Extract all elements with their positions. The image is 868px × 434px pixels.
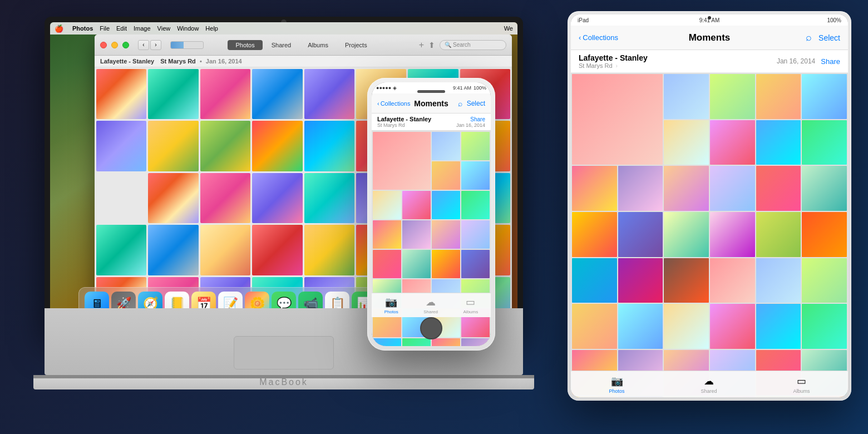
ipad-photo[interactable]	[710, 304, 755, 349]
photo-thumb[interactable]	[200, 69, 250, 119]
iphone-photo[interactable]	[402, 338, 431, 346]
iphone-photo[interactable]	[402, 250, 431, 278]
forward-button[interactable]: ›	[150, 40, 161, 50]
photo-thumb[interactable]	[252, 121, 302, 171]
tab-projects[interactable]: Projects	[337, 40, 375, 50]
menu-window[interactable]: Window	[177, 25, 199, 32]
iphone-photo[interactable]	[402, 220, 431, 249]
iphone-photo[interactable]	[461, 161, 490, 190]
ipad-photo[interactable]	[802, 304, 847, 349]
iphone-photo[interactable]	[461, 132, 490, 160]
iphone-photo[interactable]	[373, 220, 401, 249]
ipad-photo[interactable]	[802, 212, 847, 257]
back-button[interactable]: ‹	[138, 40, 149, 50]
tab-albums[interactable]: Albums	[300, 40, 336, 50]
iphone-select-button[interactable]: Select	[467, 100, 485, 107]
ipad-photo[interactable]	[710, 258, 755, 303]
photo-thumb[interactable]	[148, 69, 198, 119]
ipad-photo[interactable]	[710, 166, 755, 211]
iphone-photo-large[interactable]	[373, 132, 431, 190]
iphone-photo[interactable]	[432, 250, 460, 278]
iphone-photo[interactable]	[461, 250, 490, 278]
iphone-photo[interactable]	[461, 338, 490, 346]
tab-photos[interactable]: Photos	[228, 40, 262, 50]
iphone-share-button[interactable]: Share	[470, 116, 485, 122]
ipad-photo[interactable]	[756, 258, 801, 303]
iphone-photo[interactable]	[373, 191, 401, 219]
menu-image[interactable]: Image	[134, 25, 151, 32]
ipad-photo[interactable]	[618, 166, 663, 211]
trackpad[interactable]	[234, 336, 334, 369]
app-menu-photos[interactable]: Photos	[72, 25, 93, 32]
menu-file[interactable]: File	[100, 25, 110, 32]
iphone-photo[interactable]	[432, 338, 460, 346]
iphone-photo[interactable]	[373, 250, 401, 278]
search-field[interactable]: 🔍 Search	[440, 40, 506, 50]
traffic-light-minimize[interactable]	[111, 42, 118, 48]
share-button[interactable]: ⬆	[428, 41, 435, 50]
ipad-photo[interactable]	[572, 166, 617, 211]
photo-thumb[interactable]	[252, 225, 302, 275]
photo-thumb[interactable]	[304, 69, 354, 119]
photo-thumb[interactable]	[304, 225, 354, 275]
ipad-photo[interactable]	[618, 212, 663, 257]
ipad-photo[interactable]	[756, 212, 801, 257]
iphone-photo[interactable]	[461, 191, 490, 219]
photo-thumb[interactable]	[96, 225, 146, 275]
ipad-select-button[interactable]: Select	[818, 33, 840, 42]
photo-thumb[interactable]	[96, 121, 146, 171]
ipad-photo[interactable]	[664, 166, 709, 211]
ipad-photo[interactable]	[710, 120, 755, 165]
ipad-photo[interactable]	[572, 258, 617, 303]
ipad-share-button[interactable]: Share	[821, 57, 840, 66]
photo-thumb[interactable]	[200, 225, 250, 275]
menu-view[interactable]: View	[157, 25, 171, 32]
ipad-photo[interactable]	[618, 258, 663, 303]
ipad-photo[interactable]	[756, 120, 801, 165]
iphone-photo[interactable]	[432, 191, 460, 219]
menu-help[interactable]: Help	[205, 25, 218, 32]
iphone-photo[interactable]	[461, 220, 490, 249]
ipad-photo[interactable]	[710, 212, 755, 257]
iphone-back-button[interactable]: ‹ Collections	[377, 100, 410, 107]
ipad-search-icon[interactable]: ⌕	[806, 32, 812, 43]
ipad-photo[interactable]	[710, 74, 755, 119]
iphone-photo[interactable]	[373, 338, 401, 346]
iphone-home-button[interactable]	[420, 317, 442, 339]
ipad-photo[interactable]	[664, 120, 709, 165]
ipad-photo-large[interactable]	[572, 74, 663, 165]
photo-thumb[interactable]	[304, 173, 354, 223]
ipad-photo[interactable]	[618, 304, 663, 349]
ipad-photo[interactable]	[802, 166, 847, 211]
ipad-photo[interactable]	[572, 212, 617, 257]
ipad-photo[interactable]	[756, 74, 801, 119]
ipad-back-button[interactable]: ‹ Collections	[579, 33, 618, 42]
photo-thumb[interactable]	[96, 69, 146, 119]
ipad-photo[interactable]	[664, 258, 709, 303]
iphone-tab-albums[interactable]: ▭ Albums	[463, 296, 479, 314]
iphone-photo[interactable]	[432, 220, 460, 249]
tab-shared[interactable]: Shared	[264, 40, 299, 50]
apple-menu-icon[interactable]: 🍎	[55, 24, 63, 33]
photo-thumb[interactable]	[200, 121, 250, 171]
iphone-search-icon[interactable]: ⌕	[458, 99, 462, 108]
ipad-tab-photos[interactable]: 📷 Photos	[609, 375, 624, 394]
add-button[interactable]: +	[419, 40, 424, 50]
photo-thumb[interactable]	[304, 121, 354, 171]
photo-thumb[interactable]	[148, 225, 198, 275]
iphone-tab-photos[interactable]: 📷 Photos	[384, 296, 398, 314]
iphone-photo[interactable]	[402, 191, 431, 219]
ipad-photo[interactable]	[756, 304, 801, 349]
traffic-light-close[interactable]	[100, 42, 107, 48]
ipad-photo[interactable]	[756, 166, 801, 211]
iphone-photo[interactable]	[432, 132, 460, 160]
ipad-photo[interactable]	[664, 304, 709, 349]
traffic-light-zoom[interactable]	[122, 42, 129, 48]
ipad-photo[interactable]	[664, 212, 709, 257]
ipad-photo[interactable]	[572, 304, 617, 349]
ipad-photo[interactable]	[802, 74, 847, 119]
photo-thumb[interactable]	[148, 121, 198, 171]
photo-thumb[interactable]	[200, 173, 250, 223]
ipad-photo[interactable]	[664, 74, 709, 119]
ipad-tab-shared[interactable]: ☁ Shared	[701, 375, 717, 394]
